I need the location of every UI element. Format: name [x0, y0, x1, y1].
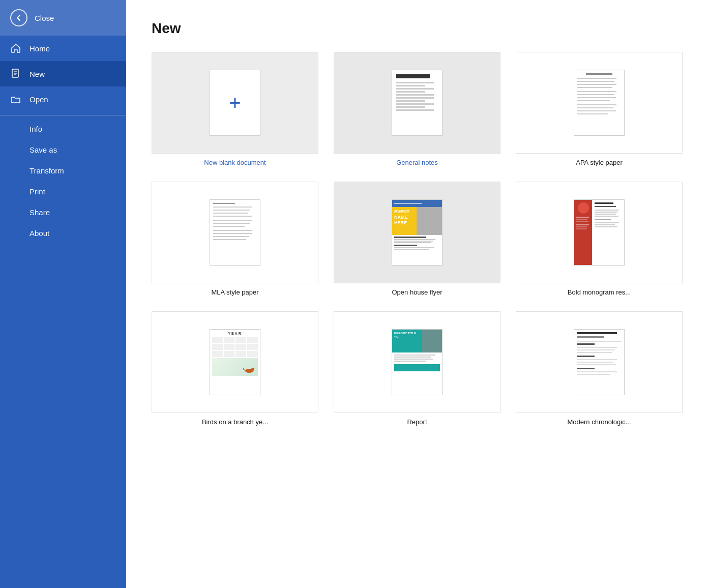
template-apa[interactable]: APA style paper [516, 52, 683, 166]
mla-thumb-container [152, 182, 318, 283]
template-report[interactable]: REPORT TITLE 20xx Report [334, 311, 500, 426]
open-folder-icon [10, 94, 21, 105]
plus-icon: + [229, 93, 241, 113]
close-label: Close [35, 14, 54, 22]
modern-resume-thumb-container [516, 311, 683, 413]
modern-resume-preview [574, 329, 625, 395]
main-content: New + New blank document [126, 0, 708, 588]
calendar-thumb-container: YEAR [152, 311, 318, 413]
home-icon [10, 43, 21, 54]
mla-preview [210, 199, 260, 266]
template-blank[interactable]: + New blank document [152, 52, 318, 166]
blank-doc-preview: + [210, 70, 260, 136]
report-thumb-container: REPORT TITLE 20xx [334, 311, 500, 413]
template-bold-resume[interactable]: Bold monogram res... [516, 182, 683, 296]
flyer-thumb-container: EVENTNAMEHERE [334, 182, 500, 283]
flyer-preview: EVENTNAMEHERE [392, 199, 442, 266]
sidebar-item-open[interactable]: Open [0, 86, 126, 112]
sidebar-item-share[interactable]: Share [0, 202, 126, 223]
report-preview: REPORT TITLE 20xx [392, 329, 442, 395]
sidebar-item-new[interactable]: New [0, 61, 126, 86]
template-mla-label: MLA style paper [211, 288, 258, 296]
sidebar-item-print[interactable]: Print [0, 181, 126, 202]
general-notes-preview [392, 70, 442, 136]
template-blank-label: New blank document [204, 159, 266, 166]
template-general-notes[interactable]: General notes [334, 52, 500, 166]
page-title: New [152, 20, 683, 37]
svg-point-5 [251, 368, 254, 371]
template-calendar-label: Birds on a branch ye... [202, 418, 268, 426]
template-general-notes-label: General notes [396, 159, 438, 166]
sidebar-item-save-as[interactable]: Save as [0, 139, 126, 160]
template-flyer-label: Open house flyer [392, 288, 442, 296]
apa-thumb-container [516, 52, 683, 154]
open-label: Open [29, 95, 48, 104]
back-arrow-icon [10, 9, 27, 26]
template-apa-label: APA style paper [576, 159, 623, 166]
close-button[interactable]: Close [0, 0, 126, 36]
bold-resume-preview [574, 199, 625, 266]
sidebar-item-info[interactable]: Info [0, 119, 126, 139]
template-calendar[interactable]: YEAR [152, 311, 318, 426]
template-modern-resume[interactable]: Modern chronologic... [516, 311, 683, 426]
sidebar: Close Home New Open [0, 0, 126, 588]
home-label: Home [29, 44, 50, 53]
general-notes-thumb [334, 52, 500, 154]
template-report-label: Report [407, 418, 427, 426]
blank-thumb: + [152, 52, 318, 154]
template-flyer[interactable]: EVENTNAMEHERE [334, 182, 500, 296]
template-bold-resume-label: Bold monogram res... [568, 288, 631, 296]
apa-preview [574, 70, 625, 136]
sidebar-item-home[interactable]: Home [0, 36, 126, 61]
new-doc-icon [10, 68, 21, 79]
template-mla[interactable]: MLA style paper [152, 182, 318, 296]
sidebar-item-transform[interactable]: Transform [0, 160, 126, 181]
sidebar-item-about[interactable]: About [0, 223, 126, 244]
template-grid: + New blank document [152, 52, 683, 426]
bold-resume-thumb-container [516, 182, 683, 283]
sidebar-divider [0, 115, 126, 115]
new-label: New [29, 70, 45, 78]
calendar-preview: YEAR [210, 329, 260, 395]
template-modern-resume-label: Modern chronologic... [567, 418, 631, 426]
